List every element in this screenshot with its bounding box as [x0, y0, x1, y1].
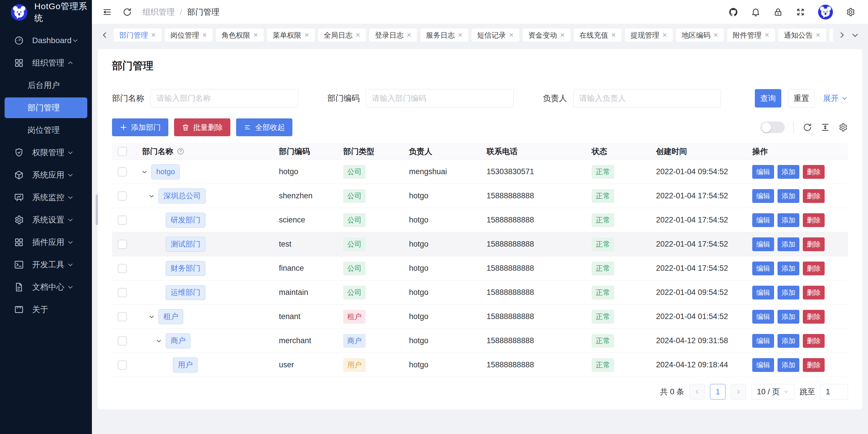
help-icon[interactable] [177, 147, 184, 155]
delete-button[interactable]: 删除 [803, 189, 825, 203]
row-checkbox[interactable] [118, 215, 127, 225]
sidebar-item-2[interactable]: 后台用户 [0, 74, 92, 96]
department-name-tag[interactable]: 运维部门 [166, 285, 205, 300]
add-button[interactable]: 添加 [777, 310, 799, 324]
edit-button[interactable]: 编辑 [752, 213, 774, 227]
tab-close-icon[interactable]: ✕ [304, 32, 309, 38]
tab-close-icon[interactable]: ✕ [355, 32, 361, 38]
prev-page-button[interactable] [689, 384, 705, 400]
sidebar-item-9[interactable]: 插件应用 [0, 231, 92, 254]
page-number-button[interactable]: 1 [710, 384, 725, 400]
tab-1[interactable]: 岗位管理✕ [165, 28, 213, 42]
department-name-tag[interactable]: 商户 [166, 334, 190, 348]
delete-button[interactable]: 删除 [803, 334, 825, 348]
sidebar-item-11[interactable]: 文档中心 [0, 276, 92, 298]
tab-5[interactable]: 登录日志✕ [369, 28, 417, 42]
table-row[interactable]: 用户user用户hotgo15888888888正常2024-04-12 09:… [112, 353, 848, 377]
department-name-tag[interactable]: 租户 [159, 309, 183, 324]
tab-2[interactable]: 角色权限✕ [216, 28, 264, 42]
add-button[interactable]: 添加 [777, 237, 799, 251]
dept-code-input[interactable] [366, 89, 514, 108]
add-button[interactable]: 添加 [777, 165, 799, 179]
sidebar-item-5[interactable]: 权限管理 [0, 141, 92, 164]
striped-toggle[interactable] [761, 122, 785, 133]
collapse-all-button[interactable]: 全部收起 [236, 118, 292, 136]
table-settings-gear-icon[interactable] [838, 122, 848, 132]
lock-icon[interactable] [773, 7, 783, 17]
row-checkbox[interactable] [118, 240, 127, 249]
menu-fold-icon[interactable] [102, 7, 112, 17]
delete-button[interactable]: 删除 [803, 310, 825, 324]
department-name-tag[interactable]: 财务部门 [166, 261, 205, 276]
tabs-scroll-right-icon[interactable] [838, 31, 846, 39]
row-checkbox[interactable] [118, 192, 127, 201]
table-row[interactable]: 研发部门science公司hotgo15888888888正常2022-01-0… [112, 208, 848, 232]
owner-input[interactable] [573, 89, 721, 108]
delete-button[interactable]: 删除 [803, 237, 825, 251]
tab-12[interactable]: 附件管理✕ [727, 28, 775, 42]
add-button[interactable]: 添加 [777, 262, 799, 276]
sidebar-item-4[interactable]: 岗位管理 [0, 119, 92, 141]
tab-close-icon[interactable]: ✕ [151, 32, 156, 38]
department-name-tag[interactable]: 深圳总公司 [159, 189, 206, 203]
row-checkbox[interactable] [118, 336, 127, 345]
tab-13[interactable]: 通知公告✕ [778, 28, 826, 42]
next-page-button[interactable] [731, 384, 746, 400]
row-checkbox[interactable] [118, 167, 127, 176]
edit-button[interactable]: 编辑 [752, 334, 774, 348]
add-department-button[interactable]: 添加部门 [112, 118, 168, 136]
reset-button[interactable]: 重置 [788, 89, 814, 108]
query-button[interactable]: 查询 [755, 89, 781, 108]
delete-button[interactable]: 删除 [803, 358, 825, 372]
row-checkbox[interactable] [118, 264, 127, 273]
breadcrumb-parent[interactable]: 组织管理 [143, 7, 175, 18]
department-name-tag[interactable]: 用户 [173, 357, 197, 373]
row-density-icon[interactable] [820, 122, 830, 132]
tab-10[interactable]: 提现管理✕ [625, 28, 673, 42]
batch-delete-button[interactable]: 批量删除 [174, 118, 230, 136]
add-button[interactable]: 添加 [777, 334, 799, 348]
refresh-icon[interactable] [122, 7, 132, 17]
tab-3[interactable]: 菜单权限✕ [267, 28, 315, 42]
select-all-checkbox[interactable] [118, 147, 127, 156]
row-expand-icon[interactable] [141, 167, 151, 177]
department-name-tag[interactable]: 测试部门 [166, 237, 205, 252]
logo-row[interactable]: HotGo管理系统 [0, 0, 92, 25]
table-refresh-icon[interactable] [803, 122, 812, 132]
delete-button[interactable]: 删除 [803, 213, 825, 227]
tab-4[interactable]: 全局日志✕ [318, 28, 366, 42]
tab-close-icon[interactable]: ✕ [253, 32, 258, 38]
tab-close-icon[interactable]: ✕ [713, 32, 718, 38]
row-checkbox[interactable] [118, 288, 127, 297]
tab-9[interactable]: 在线充值✕ [574, 28, 622, 42]
tab-0[interactable]: 部门管理✕ [114, 28, 161, 42]
sidebar-item-8[interactable]: 系统设置 [0, 209, 92, 231]
sidebar-item-10[interactable]: 开发工具 [0, 254, 92, 276]
row-checkbox[interactable] [118, 360, 127, 370]
tab-8[interactable]: 资金变动✕ [523, 28, 570, 42]
sidebar-item-1[interactable]: 组织管理 [0, 52, 92, 74]
tab-11[interactable]: 地区编码✕ [676, 28, 724, 42]
tab-7[interactable]: 短信记录✕ [472, 28, 519, 42]
add-button[interactable]: 添加 [777, 358, 799, 372]
tab-close-icon[interactable]: ✕ [764, 32, 770, 38]
tab-6[interactable]: 服务日志✕ [421, 28, 468, 42]
tab-close-icon[interactable]: ✕ [406, 32, 412, 38]
tab-close-icon[interactable]: ✕ [815, 32, 820, 38]
sidebar-item-6[interactable]: 系统应用 [0, 164, 92, 186]
tab-close-icon[interactable]: ✕ [611, 32, 616, 38]
sidebar-item-7[interactable]: 系统监控 [0, 186, 92, 209]
table-row[interactable]: 测试部门test公司hotgo15888888888正常2022-01-04 1… [112, 232, 848, 256]
department-name-tag[interactable]: 研发部门 [166, 213, 205, 228]
sidebar-item-3[interactable]: 部门管理 [5, 97, 87, 118]
fullscreen-icon[interactable] [796, 7, 805, 17]
user-avatar[interactable] [818, 5, 833, 20]
edit-button[interactable]: 编辑 [752, 165, 774, 179]
settings-gear-icon[interactable] [846, 7, 855, 17]
tabs-dropdown-icon[interactable] [851, 31, 859, 39]
add-button[interactable]: 添加 [777, 189, 799, 203]
sidebar-item-0[interactable]: Dashboard [0, 29, 92, 52]
table-row[interactable]: hotgohotgo公司mengshuai15303830571正常2022-0… [112, 160, 848, 184]
tab-close-icon[interactable]: ✕ [560, 32, 565, 38]
sidebar-item-12[interactable]: 关于 [0, 298, 92, 321]
